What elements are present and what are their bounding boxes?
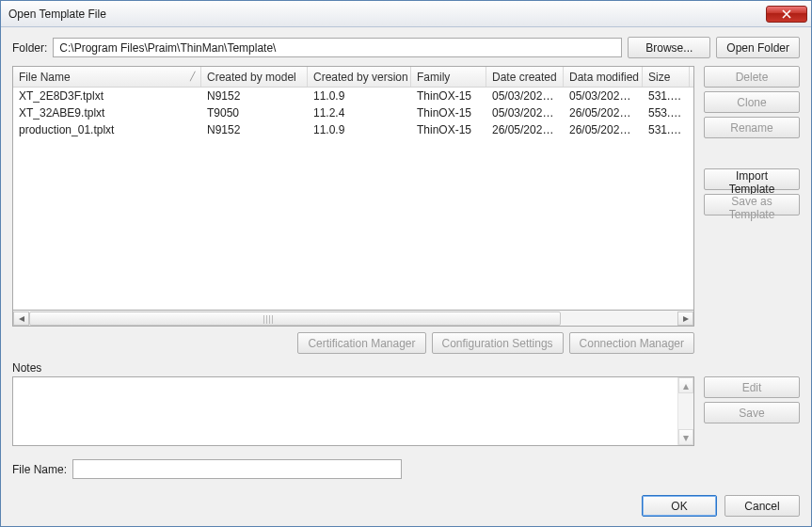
configuration-settings-button[interactable]: Configuration Settings [432,332,564,354]
ok-button[interactable]: OK [642,495,717,517]
filename-row: File Name: [12,459,800,479]
folder-path-field[interactable] [53,38,622,57]
scroll-right-arrow[interactable]: ▸ [677,311,693,326]
cell-file-name: XT_2E8D3F.tplxt [13,88,201,104]
notes-textarea[interactable]: ▴ ▾ [12,376,694,446]
grid-body: XT_2E8D3F.tplxt N9152 11.0.9 ThinOX-15 0… [13,88,693,138]
col-header-created-version[interactable]: Created by version [308,67,411,87]
close-button[interactable] [766,6,807,23]
sort-asc-icon: ╱ [190,72,195,81]
cell-file-name: production_01.tplxt [13,122,201,137]
folder-row: Folder: Browse... Open Folder [12,37,800,58]
import-template-button[interactable]: Import Template [704,168,800,190]
titlebar: Open Template File [1,1,811,27]
scroll-thumb[interactable] [29,311,561,326]
cell-size: 553.9 K [643,105,690,120]
browse-button[interactable]: Browse... [628,37,710,58]
edit-button[interactable]: Edit [704,376,800,398]
notes-wrap: ▴ ▾ Edit Save [12,376,800,446]
cell-date-created: 26/05/2020 1... [486,122,564,137]
scroll-up-arrow[interactable]: ▴ [678,377,693,393]
filename-field[interactable] [72,459,402,479]
col-header-file-name-label: File Name [19,71,71,84]
notes-label: Notes [12,361,800,375]
dialog-window: Open Template File Folder: Browse... Ope… [0,0,812,527]
table-row[interactable]: production_01.tplxt N9152 11.0.9 ThinOX-… [13,121,693,138]
scroll-down-arrow[interactable]: ▾ [678,429,693,445]
file-grid[interactable]: File Name╱ Created by model Created by v… [12,66,694,311]
cell-created-version: 11.0.9 [308,122,411,137]
cell-date-created: 05/03/2020 1... [486,105,564,120]
scroll-left-arrow[interactable]: ◂ [13,311,29,326]
footer-buttons: OK Cancel [12,487,800,517]
certification-manager-button[interactable]: Certification Manager [297,332,425,354]
grid-horizontal-scrollbar[interactable]: ◂ ▸ [12,311,694,327]
notes-vertical-scrollbar[interactable]: ▴ ▾ [677,377,693,445]
scroll-grip-icon [263,315,275,324]
cell-data-modified: 26/05/2020 1... [564,105,643,120]
filename-label: File Name: [12,463,67,476]
col-header-date-created[interactable]: Date created [486,67,564,87]
notes-scroll-track[interactable] [678,393,693,429]
cell-family: ThinOX-15 [411,88,486,104]
cell-date-created: 05/03/2020 1... [486,88,564,104]
save-as-template-button[interactable]: Save as Template [704,194,800,216]
client-area: Folder: Browse... Open Folder File Name╱… [1,27,811,526]
mid-section: File Name╱ Created by model Created by v… [12,66,800,354]
table-row[interactable]: XT_2E8D3F.tplxt N9152 11.0.9 ThinOX-15 0… [13,88,693,104]
rename-button[interactable]: Rename [704,117,800,138]
side-gap [704,142,800,165]
cell-created-version: 11.0.9 [308,88,411,104]
clone-button[interactable]: Clone [704,91,800,113]
side-buttons: Delete Clone Rename Import Template Save… [704,66,800,354]
grid-wrap: File Name╱ Created by model Created by v… [12,66,694,354]
manager-buttons-row: Certification Manager Configuration Sett… [12,332,694,354]
cell-family: ThinOX-15 [411,105,486,120]
col-header-family[interactable]: Family [411,67,486,87]
col-header-size[interactable]: Size [643,67,690,87]
cell-data-modified: 05/03/2020 1... [564,88,643,104]
cell-file-name: XT_32ABE9.tplxt [13,105,201,120]
col-header-file-name[interactable]: File Name╱ [13,67,201,87]
col-header-data-modified[interactable]: Data modified [564,67,643,87]
cell-created-model: T9050 [201,105,308,120]
col-header-created-model[interactable]: Created by model [201,67,308,87]
cell-family: ThinOX-15 [411,122,486,137]
scroll-track[interactable] [29,311,677,326]
cell-size: 531.2 K [643,88,690,104]
delete-button[interactable]: Delete [704,66,800,88]
cell-created-model: N9152 [201,88,308,104]
table-row[interactable]: XT_32ABE9.tplxt T9050 11.2.4 ThinOX-15 0… [13,104,693,121]
grid-header: File Name╱ Created by model Created by v… [13,67,693,88]
window-title: Open Template File [8,8,766,21]
open-folder-button[interactable]: Open Folder [716,37,800,58]
notes-side-buttons: Edit Save [704,376,800,423]
cell-created-version: 11.2.4 [308,105,411,120]
cell-size: 531.6 K [643,122,690,137]
folder-label: Folder: [12,41,47,55]
cell-data-modified: 26/05/2020 1... [564,122,643,137]
cancel-button[interactable]: Cancel [724,495,800,517]
notes-section: Notes ▴ ▾ Edit Save [12,361,800,446]
connection-manager-button[interactable]: Connection Manager [569,332,694,354]
close-icon [782,9,791,19]
cell-created-model: N9152 [201,122,308,137]
save-button[interactable]: Save [704,402,800,423]
